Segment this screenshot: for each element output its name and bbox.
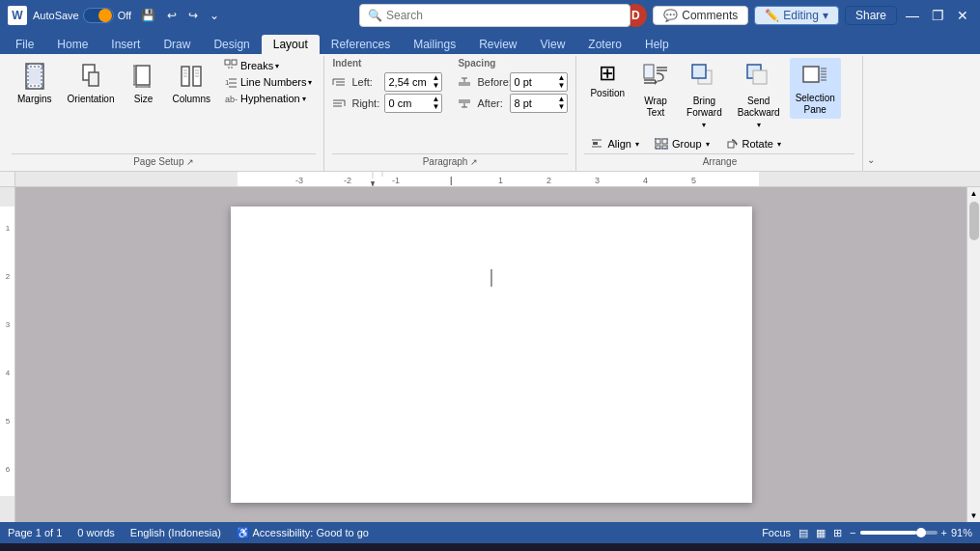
indent-spacing-container: Indent Left: ▲ ▼ (332, 58, 568, 113)
paragraph-group: Indent Left: ▲ ▼ (324, 56, 576, 171)
zoom-in-btn[interactable]: + (941, 527, 947, 538)
ribbon-more-button[interactable]: ⌄ (865, 152, 877, 167)
close-button[interactable]: ✕ (953, 6, 972, 25)
more-btn[interactable]: ⌄ (206, 7, 223, 24)
arrange-label: Arrange (584, 153, 854, 169)
zoom-level: 91% (951, 527, 972, 538)
tab-review[interactable]: Review (467, 35, 528, 54)
wrap-text-button[interactable]: WrapText (634, 58, 677, 122)
redo-btn[interactable]: ↪ (184, 7, 202, 24)
doc-canvas (15, 187, 966, 522)
columns-button[interactable]: Columns (167, 58, 216, 108)
search-bar[interactable]: 🔍 (359, 4, 630, 27)
scroll-track[interactable] (967, 200, 980, 510)
send-backward-icon (745, 61, 772, 94)
focus-button[interactable]: Focus (762, 527, 791, 538)
size-button[interactable]: Size (125, 58, 163, 108)
zoom-thumb[interactable] (916, 528, 926, 537)
spacing-before-spinners[interactable]: ▲ ▼ (556, 74, 566, 90)
selection-pane-button[interactable]: SelectionPane (790, 58, 841, 119)
size-icon (130, 61, 157, 92)
autosave-toggle[interactable] (83, 8, 114, 23)
tab-zotero[interactable]: Zotero (576, 35, 633, 54)
indent-left-input[interactable] (388, 76, 431, 88)
svg-rect-67 (662, 139, 667, 144)
language[interactable]: English (Indonesia) (130, 527, 221, 538)
restore-button[interactable]: ❐ (928, 6, 947, 25)
undo-btn[interactable]: ↩ (163, 7, 181, 24)
paragraph-dialog-launcher[interactable]: ↗ (470, 157, 478, 167)
scrollbar-v[interactable]: ▲ ▼ (966, 187, 980, 522)
align-label: Align (607, 138, 630, 150)
title-controls: D 💬 Comments ✏️ Editing ▾ Share — ❐ ✕ (624, 4, 972, 27)
zoom-out-btn[interactable]: − (850, 527, 855, 538)
breaks-label: Breaks (240, 60, 273, 71)
orientation-label: Orientation (68, 94, 115, 105)
bring-forward-button[interactable]: BringForward ▾ (681, 58, 728, 132)
search-input[interactable] (386, 9, 622, 22)
tab-file[interactable]: File (4, 35, 45, 54)
scroll-thumb[interactable] (969, 202, 979, 240)
indent-right-input[interactable] (388, 97, 431, 109)
svg-text:5: 5 (691, 176, 696, 185)
accessibility-status[interactable]: ♿ Accessibility: Good to go (237, 527, 369, 539)
comments-button[interactable]: 💬 Comments (653, 6, 748, 25)
minimize-button[interactable]: — (903, 6, 922, 25)
spacing-group: Spacing Before: ▲ (458, 58, 568, 113)
tab-help[interactable]: Help (633, 35, 681, 54)
svg-text:-1: -1 (392, 176, 400, 185)
indent-left-input-container[interactable]: ▲ ▼ (384, 72, 442, 92)
line-numbers-button[interactable]: 1 Line Numbers ▾ (220, 74, 316, 90)
spacing-after-input[interactable] (514, 97, 556, 109)
scroll-down-btn[interactable]: ▼ (968, 510, 980, 522)
page[interactable] (231, 207, 752, 503)
tab-home[interactable]: Home (45, 35, 99, 54)
spacing-before-input[interactable] (514, 76, 556, 88)
group-button[interactable]: Group ▾ (649, 136, 715, 152)
view-normal-btn[interactable]: ▤ (798, 527, 808, 539)
align-button[interactable]: Align ▾ (584, 136, 644, 152)
send-backward-button[interactable]: SendBackward ▾ (732, 58, 786, 132)
indent-right-down[interactable]: ▼ (431, 103, 440, 111)
rotate-button[interactable]: Rotate ▾ (719, 136, 787, 152)
tab-references[interactable]: References (320, 35, 402, 54)
page-setup-dialog-launcher[interactable]: ↗ (186, 157, 194, 167)
spacing-before-input-container[interactable]: ▲ ▼ (510, 72, 568, 92)
position-button[interactable]: ⊞ Position (584, 58, 630, 102)
view-layout-btn[interactable]: ▦ (816, 527, 826, 539)
indent-right-spinners[interactable]: ▲ ▼ (431, 96, 440, 111)
margins-button[interactable]: Margins (12, 58, 58, 108)
svg-text:1: 1 (498, 176, 503, 185)
spacing-after-icon (458, 98, 471, 108)
orientation-button[interactable]: Orientation (62, 58, 121, 108)
indent-left-down[interactable]: ▼ (431, 82, 440, 90)
arrange-content: ⊞ Position WrapText (584, 58, 854, 152)
spacing-after-down[interactable]: ▼ (556, 103, 566, 111)
breaks-button[interactable]: Breaks ▾ (220, 58, 316, 73)
hyphenation-label: Hyphenation (240, 93, 300, 104)
tab-insert[interactable]: Insert (99, 35, 152, 54)
save-btn[interactable]: 💾 (137, 7, 159, 24)
share-button[interactable]: Share (845, 6, 897, 25)
svg-text:2: 2 (546, 176, 551, 185)
editing-button[interactable]: ✏️ Editing ▾ (754, 6, 839, 25)
zoom-slider[interactable] (860, 531, 938, 535)
tab-design[interactable]: Design (202, 35, 261, 54)
view-web-btn[interactable]: ⊞ (833, 527, 842, 539)
spacing-before-down[interactable]: ▼ (556, 82, 566, 90)
indent-left-spinners[interactable]: ▲ ▼ (431, 74, 440, 90)
line-numbers-label: Line Numbers (240, 76, 306, 88)
tab-layout[interactable]: Layout (262, 35, 320, 54)
autosave-state: Off (118, 10, 131, 21)
tab-view[interactable]: View (529, 35, 577, 54)
indent-right-input-container[interactable]: ▲ ▼ (384, 94, 442, 113)
hyphenation-button[interactable]: ab- Hyphenation ▾ (220, 91, 316, 106)
scroll-up-btn[interactable]: ▲ (968, 187, 980, 200)
spacing-after-spinners[interactable]: ▲ ▼ (556, 96, 566, 111)
tab-mailings[interactable]: Mailings (402, 35, 467, 54)
columns-label: Columns (173, 94, 210, 105)
left-label: Left: (351, 76, 380, 88)
autosave-area: AutoSave Off (33, 8, 131, 23)
tab-draw[interactable]: Draw (152, 35, 202, 54)
spacing-after-input-container[interactable]: ▲ ▼ (510, 94, 568, 113)
